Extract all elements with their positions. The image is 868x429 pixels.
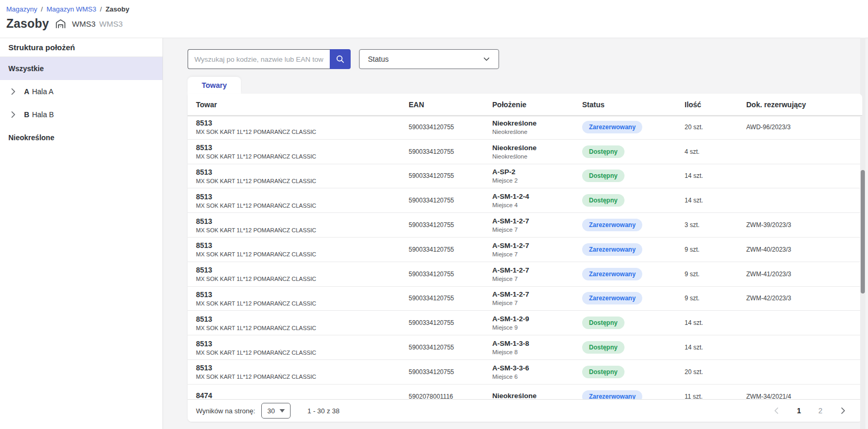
- sidebar-item-nieokreslone[interactable]: Nieokreślone: [0, 126, 163, 149]
- status-badge: Zarezerwowany: [582, 219, 642, 231]
- product-name: MX SOK KART 1L*12 POMARAŃCZ CLASSIC: [196, 276, 409, 282]
- product-code: 8513: [196, 217, 409, 225]
- per-page-select[interactable]: 30: [261, 403, 291, 419]
- product-ean: 5900334120755: [409, 123, 492, 131]
- sidebar-item-label: Hala B: [32, 110, 54, 119]
- product-ean: 5900334120755: [409, 197, 492, 204]
- product-name: MX SOK KART 1L*12 POMARAŃCZ CLASSIC: [196, 227, 409, 233]
- product-ean: 5900334120755: [409, 295, 492, 302]
- location-code: Nieokreślone: [492, 392, 582, 399]
- status-badge: Dostępny: [582, 194, 624, 207]
- tab-towary[interactable]: Towary: [188, 77, 241, 94]
- product-code: 8513: [196, 168, 409, 176]
- sidebar-item-hala-b[interactable]: B Hala B: [0, 103, 163, 126]
- product-ean: 5900334120755: [409, 344, 492, 351]
- location-detail: Miejsce 7: [492, 300, 582, 306]
- product-code: 8513: [196, 193, 409, 201]
- location-detail: Miejsce 6: [492, 374, 582, 380]
- quantity: 9 szt.: [685, 246, 746, 253]
- search-icon: [335, 54, 345, 64]
- product-name: MX SOK KART 1L*12 POMARAŃCZ CLASSIC: [196, 178, 409, 184]
- status-badge: Zarezerwowany: [582, 292, 642, 304]
- product-code: 8513: [196, 119, 409, 127]
- table-row[interactable]: 8513 MX SOK KART 1L*12 POMARAŃCZ CLASSIC…: [188, 188, 862, 213]
- table-row[interactable]: 8513 MX SOK KART 1L*12 POMARAŃCZ CLASSIC…: [188, 335, 862, 360]
- table-row[interactable]: 8513 MX SOK KART 1L*12 POMARAŃCZ CLASSIC…: [188, 311, 862, 335]
- location-detail: Miejsce 7: [492, 276, 582, 282]
- product-name: MX SOK KART 1L*12 POMARAŃCZ CLASSIC: [196, 349, 409, 356]
- quantity: 14 szt.: [685, 319, 746, 326]
- status-badge: Dostępny: [582, 366, 624, 378]
- reserving-document: ZWM-40/2023/3: [746, 246, 862, 253]
- location-detail: Miejsce 7: [492, 251, 582, 257]
- quantity: 9 szt.: [685, 270, 746, 278]
- top-header: Magazyny / Magazyn WMS3 / Zasoby Zasoby …: [0, 0, 868, 38]
- status-badge: Zarezerwowany: [582, 243, 642, 256]
- page-number-2[interactable]: 2: [817, 407, 824, 415]
- previous-page-icon[interactable]: [772, 406, 781, 415]
- location-code: A-SM-1-2-4: [492, 193, 582, 200]
- status-badge: Dostępny: [582, 145, 624, 158]
- chevron-right-icon[interactable]: [8, 110, 18, 119]
- sidebar-item-label: Nieokreślone: [8, 133, 54, 142]
- next-page-icon[interactable]: [838, 406, 848, 415]
- quantity: 3 szt.: [685, 221, 746, 229]
- location-detail: Miejsce 8: [492, 349, 582, 355]
- warehouse-code: WMS3: [72, 19, 96, 28]
- table-row[interactable]: 8513 MX SOK KART 1L*12 POMARAŃCZ CLASSIC…: [188, 213, 862, 238]
- warehouse-name: WMS3: [99, 19, 123, 28]
- warehouse-icon: [55, 18, 66, 30]
- location-code: A-SM-1-2-7: [492, 217, 582, 225]
- table-row[interactable]: 8513 MX SOK KART 1L*12 POMARAŃCZ CLASSIC…: [188, 238, 862, 262]
- product-code: 8513: [196, 241, 409, 250]
- status-badge: Zarezerwowany: [582, 121, 642, 133]
- table-row[interactable]: 8474 5902078001116 Nieokreślone Zarezerw…: [188, 385, 862, 399]
- vertical-scrollbar-thumb[interactable]: [861, 170, 865, 293]
- table-row[interactable]: 8513 MX SOK KART 1L*12 POMARAŃCZ CLASSIC…: [188, 262, 862, 287]
- location-prefix: A: [24, 87, 29, 96]
- product-code: 8513: [196, 364, 409, 372]
- product-ean: 5900334120755: [409, 246, 492, 253]
- breadcrumb-link-magazyny[interactable]: Magazyny: [6, 5, 37, 13]
- table-row[interactable]: 8513 MX SOK KART 1L*12 POMARAŃCZ CLASSIC…: [188, 140, 862, 164]
- sidebar-item-label: Wszystkie: [8, 64, 44, 73]
- page-number-1[interactable]: 1: [795, 407, 803, 415]
- status-filter-select[interactable]: Status: [359, 49, 499, 69]
- sidebar-item-hala-a[interactable]: A Hala A: [0, 80, 163, 103]
- product-code: 8513: [196, 143, 409, 152]
- location-code: A-SM-1-2-7: [492, 290, 582, 298]
- quantity: 14 szt.: [685, 197, 746, 204]
- table-row[interactable]: 8513 MX SOK KART 1L*12 POMARAŃCZ CLASSIC…: [188, 164, 862, 189]
- search-input[interactable]: [188, 49, 330, 69]
- per-page-value: 30: [268, 407, 275, 415]
- column-header: Dok. rezerwujący: [746, 100, 862, 109]
- tab-label: Towary: [202, 81, 227, 89]
- search-group: [188, 49, 351, 69]
- table-row[interactable]: 8513 MX SOK KART 1L*12 POMARAŃCZ CLASSIC…: [188, 287, 862, 311]
- search-button[interactable]: [330, 49, 351, 69]
- status-filter-label: Status: [368, 55, 389, 63]
- page-title: Zasoby: [6, 17, 49, 31]
- location-code: A-SM-1-2-7: [492, 242, 582, 250]
- product-ean: 5900334120755: [409, 270, 492, 278]
- per-page-label: Wyników na stronę:: [196, 407, 255, 415]
- quantity: 11 szt.: [685, 393, 746, 399]
- product-ean: 5900334120755: [409, 221, 492, 229]
- product-code: 8474: [196, 391, 409, 399]
- sidebar-item-wszystkie[interactable]: Wszystkie: [0, 57, 163, 80]
- product-code: 8513: [196, 266, 409, 274]
- table-row[interactable]: 8513 MX SOK KART 1L*12 POMARAŃCZ CLASSIC…: [188, 360, 862, 385]
- breadcrumb-separator: /: [41, 5, 43, 13]
- location-detail: Nieokreślone: [492, 153, 582, 160]
- location-code: A-SP-2: [492, 168, 582, 176]
- chevron-right-icon[interactable]: [8, 87, 18, 96]
- quantity: 4 szt.: [685, 148, 746, 155]
- quantity: 20 szt.: [685, 123, 746, 131]
- breadcrumb-link-magazyn-wms3[interactable]: Magazyn WMS3: [47, 5, 96, 13]
- table-row[interactable]: 8513 MX SOK KART 1L*12 POMARAŃCZ CLASSIC…: [188, 115, 862, 140]
- column-header: EAN: [409, 100, 492, 109]
- location-detail: Miejsce 9: [492, 324, 582, 331]
- results-range: 1 - 30 z 38: [307, 407, 339, 415]
- location-prefix: B: [24, 110, 29, 119]
- status-badge: Dostępny: [582, 170, 624, 182]
